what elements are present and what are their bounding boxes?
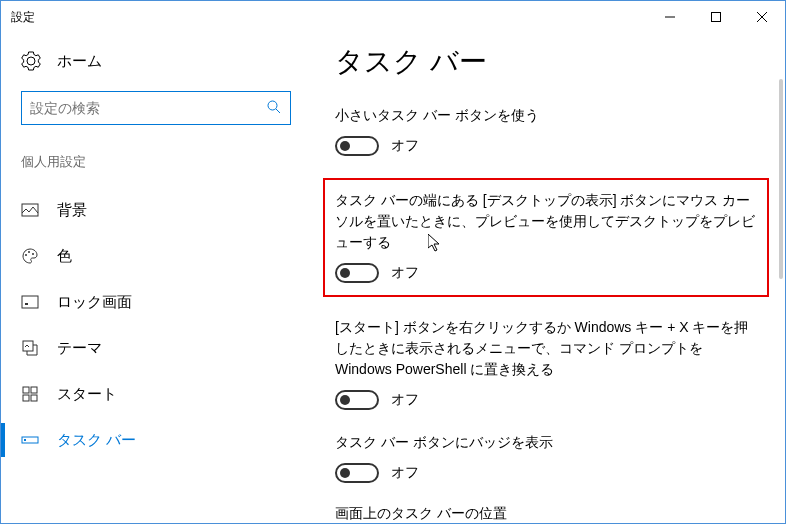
titlebar: 設定: [1, 1, 785, 33]
sidebar-item-label: スタート: [57, 385, 117, 404]
setting-label: [スタート] ボタンを右クリックするか Windows キー + X キーを押し…: [335, 317, 761, 380]
toggle-state: オフ: [391, 137, 419, 155]
search-field[interactable]: [30, 100, 266, 116]
svg-rect-16: [31, 395, 37, 401]
setting-label: タスク バーの端にある [デスクトップの表示] ボタンにマウス カーソルを置いた…: [335, 190, 757, 253]
toggle-small-buttons[interactable]: [335, 136, 379, 156]
sidebar-item-taskbar[interactable]: タスク バー: [1, 417, 291, 463]
start-icon: [21, 385, 39, 403]
scrollbar[interactable]: [779, 79, 783, 279]
sidebar-item-label: テーマ: [57, 339, 102, 358]
setting-powershell: [スタート] ボタンを右クリックするか Windows キー + X キーを押し…: [335, 317, 761, 410]
picture-icon: [21, 201, 39, 219]
svg-rect-14: [31, 387, 37, 393]
toggle-peek-preview[interactable]: [335, 263, 379, 283]
main-panel: タスク バー 小さいタスク バー ボタンを使う オフ タスク バーの端にある […: [311, 33, 785, 523]
section-label: 個人用設定: [21, 153, 291, 171]
window-title: 設定: [11, 9, 35, 26]
sidebar-item-label: タスク バー: [57, 431, 136, 450]
position-label: 画面上のタスク バーの位置: [335, 505, 761, 523]
setting-label: 小さいタスク バー ボタンを使う: [335, 105, 761, 126]
setting-label: タスク バー ボタンにバッジを表示: [335, 432, 761, 453]
gear-icon: [21, 51, 41, 71]
svg-line-5: [276, 109, 280, 113]
svg-rect-18: [24, 439, 26, 441]
setting-peek-preview: タスク バーの端にある [デスクトップの表示] ボタンにマウス カーソルを置いた…: [335, 190, 757, 283]
sidebar-item-label: 背景: [57, 201, 87, 220]
svg-point-8: [28, 251, 30, 253]
toggle-state: オフ: [391, 391, 419, 409]
theme-icon: [21, 339, 39, 357]
sidebar-item-background[interactable]: 背景: [1, 187, 291, 233]
sidebar-item-themes[interactable]: テーマ: [1, 325, 291, 371]
home-label: ホーム: [57, 52, 102, 71]
svg-rect-1: [712, 13, 721, 22]
setting-badges: タスク バー ボタンにバッジを表示 オフ: [335, 432, 761, 483]
toggle-badges[interactable]: [335, 463, 379, 483]
home-link[interactable]: ホーム: [21, 51, 291, 71]
sidebar-item-start[interactable]: スタート: [1, 371, 291, 417]
page-title: タスク バー: [335, 43, 761, 81]
sidebar-item-label: 色: [57, 247, 72, 266]
svg-rect-13: [23, 387, 29, 393]
sidebar-item-lockscreen[interactable]: ロック画面: [1, 279, 291, 325]
search-input[interactable]: [21, 91, 291, 125]
svg-point-9: [32, 253, 34, 255]
palette-icon: [21, 247, 39, 265]
setting-small-buttons: 小さいタスク バー ボタンを使う オフ: [335, 105, 761, 156]
lockscreen-icon: [21, 293, 39, 311]
svg-rect-11: [25, 303, 28, 305]
svg-rect-15: [23, 395, 29, 401]
highlight-box: タスク バーの端にある [デスクトップの表示] ボタンにマウス カーソルを置いた…: [323, 178, 769, 297]
search-icon: [266, 99, 282, 118]
svg-point-4: [268, 101, 277, 110]
sidebar-item-colors[interactable]: 色: [1, 233, 291, 279]
maximize-button[interactable]: [693, 2, 739, 32]
svg-rect-10: [22, 296, 38, 308]
toggle-state: オフ: [391, 264, 419, 282]
svg-point-7: [25, 254, 27, 256]
taskbar-icon: [21, 431, 39, 449]
minimize-button[interactable]: [647, 2, 693, 32]
toggle-state: オフ: [391, 464, 419, 482]
toggle-powershell[interactable]: [335, 390, 379, 410]
sidebar-item-label: ロック画面: [57, 293, 132, 312]
close-button[interactable]: [739, 2, 785, 32]
sidebar: ホーム 個人用設定 背景 色: [1, 33, 311, 523]
